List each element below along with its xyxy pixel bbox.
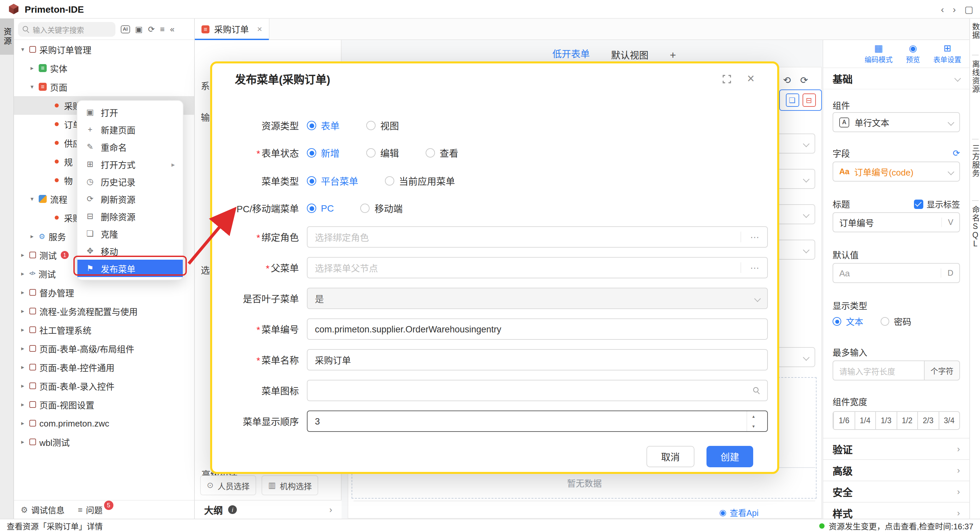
undo-icon[interactable]: ⟲: [783, 75, 791, 86]
editor-tab-purchase-order[interactable]: 采购订单 ×: [195, 19, 269, 39]
nav-forward-icon[interactable]: ›: [953, 4, 956, 14]
radio-option-platform-menu[interactable]: 平台菜单: [307, 174, 358, 188]
caret-icon[interactable]: ▾: [29, 83, 35, 90]
tree-item[interactable]: ▸ 流程-业务流程配置与使用: [14, 302, 194, 320]
width-option-button[interactable]: 1/6: [833, 412, 854, 429]
tree-item[interactable]: ▸ wbl测试: [14, 433, 194, 451]
inspector-action-button[interactable]: ▦ 编码模式: [865, 43, 892, 64]
menu-name-input[interactable]: 采购订单: [307, 349, 768, 371]
radio-option-pc[interactable]: PC: [307, 203, 334, 213]
search-icon[interactable]: [753, 387, 760, 394]
chevron-right-icon[interactable]: ›: [329, 505, 332, 514]
outline-bar[interactable]: 大纲 i ›: [195, 500, 342, 519]
context-menu-item[interactable]: ▣ 打开: [77, 104, 183, 121]
width-option-button[interactable]: 1/4: [854, 412, 875, 429]
caret-icon[interactable]: ▸: [29, 65, 35, 72]
resources-rail-tab[interactable]: 资源: [0, 19, 14, 55]
width-option-button[interactable]: 1/2: [896, 412, 917, 429]
tree-item[interactable]: ▾ 页面: [14, 77, 194, 96]
redo-icon[interactable]: ⟳: [800, 75, 808, 86]
caret-icon[interactable]: ▾: [29, 196, 35, 202]
maximize-icon[interactable]: [722, 75, 731, 83]
delete-icon[interactable]: ⊟: [802, 94, 816, 107]
radio-option-mobile[interactable]: 移动端: [361, 202, 402, 215]
module-icon[interactable]: ▣: [135, 24, 143, 34]
caret-icon[interactable]: ▸: [19, 308, 26, 314]
stepper-down-icon[interactable]: ▾: [747, 421, 760, 431]
number-stepper[interactable]: ▴ ▾: [746, 411, 760, 431]
leaf-menu-select[interactable]: 是: [307, 288, 768, 309]
caret-icon[interactable]: ▸: [19, 252, 26, 258]
caret-icon[interactable]: ▸: [19, 345, 26, 352]
tab-close-icon[interactable]: ×: [257, 24, 262, 34]
context-menu-item[interactable]: ⟳ 刷新资源: [77, 190, 183, 208]
stepper-up-icon[interactable]: ▴: [747, 411, 760, 421]
section-security[interactable]: 安全 ›: [823, 481, 969, 502]
show-label-checkbox[interactable]: 显示标签: [914, 198, 960, 210]
parent-menu-input[interactable]: 选择菜单父节点 ⋯: [307, 257, 768, 278]
picker-ellipsis-button[interactable]: ⋯: [740, 232, 760, 242]
context-menu-item[interactable]: ❏ 克隆: [77, 225, 183, 242]
title-input[interactable]: 订单编号 V: [832, 212, 960, 232]
picker-ellipsis-button[interactable]: ⋯: [740, 262, 760, 273]
ai-icon[interactable]: AI: [121, 25, 130, 33]
caret-icon[interactable]: ▸: [19, 327, 26, 333]
section-basic[interactable]: 基础: [823, 68, 969, 89]
window-restore-icon[interactable]: ▢: [965, 4, 973, 14]
section-advanced[interactable]: 高级 ›: [823, 459, 969, 481]
bind-role-input[interactable]: 选择绑定角色 ⋯: [307, 226, 768, 248]
width-option-button[interactable]: 2/3: [917, 412, 938, 429]
palette-component-chip[interactable]: ▥ 机构选择: [261, 475, 318, 495]
tree-item[interactable]: ▸ 实体: [14, 59, 194, 77]
cancel-button[interactable]: 取消: [646, 446, 694, 467]
context-menu-item[interactable]: ✎ 重命名: [77, 138, 183, 156]
variable-toggle[interactable]: V: [941, 218, 953, 227]
caret-icon[interactable]: ▸: [19, 420, 26, 427]
caret-icon[interactable]: ▸: [19, 382, 26, 389]
caret-icon[interactable]: ▸: [19, 270, 26, 277]
tree-item[interactable]: ▸ 页面-表单-高级/布局组件: [14, 339, 194, 358]
tree-item[interactable]: ▸ 页面-视图设置: [14, 395, 194, 414]
default-input[interactable]: Aa D: [832, 263, 960, 283]
menu-icon-input[interactable]: [307, 380, 768, 401]
context-menu-item[interactable]: ◷ 历史记录: [77, 173, 183, 190]
right-rail-tab[interactable]: 数据: [970, 23, 980, 39]
field-select[interactable]: Aa 订单编号(code): [832, 161, 960, 182]
problems-button[interactable]: ≡ 问题 5: [78, 503, 115, 516]
close-icon[interactable]: ×: [747, 72, 754, 86]
checkbox-checked-icon[interactable]: [914, 199, 923, 209]
radio-option-text[interactable]: 文本: [832, 315, 863, 328]
component-select[interactable]: A 单行文本: [832, 112, 960, 132]
debug-info-button[interactable]: ⚙ 调试信息: [21, 503, 65, 516]
radio-option-readonly[interactable]: 查看: [426, 146, 458, 159]
width-option-button[interactable]: 3/4: [938, 412, 959, 429]
radio-option-app-menu[interactable]: 当前应用菜单: [385, 174, 455, 188]
copy-icon[interactable]: ❏: [786, 94, 799, 107]
menu-code-input[interactable]: com.primeton.supplier.OrderWarehousingen…: [307, 319, 768, 340]
tree-item[interactable]: ▸ 督办管理: [14, 283, 194, 302]
max-length-input[interactable]: 请输入字符长度: [832, 360, 924, 381]
tree-item[interactable]: ▾ 采购订单管理: [14, 40, 194, 59]
radio-option-password[interactable]: 密码: [881, 315, 911, 328]
create-button[interactable]: 创建: [706, 446, 753, 467]
refresh-field-icon[interactable]: ⟳: [953, 148, 960, 158]
search-input[interactable]: 输入关键字搜索: [18, 22, 115, 37]
nav-back-icon[interactable]: ‹: [941, 4, 944, 14]
caret-icon[interactable]: ▸: [29, 233, 35, 240]
radio-option-edit[interactable]: 编辑: [366, 146, 399, 159]
right-rail-tab[interactable]: 三方服务: [970, 144, 980, 178]
context-menu-item[interactable]: ✥ 移动: [77, 242, 183, 260]
context-menu-item[interactable]: ⚑ 发布菜单: [77, 260, 183, 277]
caret-icon[interactable]: ▸: [19, 364, 26, 371]
context-menu-item[interactable]: ⊞ 打开方式 ▸: [77, 156, 183, 173]
view-api-link[interactable]: ◉ 查看Api: [719, 506, 759, 519]
refresh-icon[interactable]: ⟳: [148, 24, 155, 34]
list-settings-icon[interactable]: ≡: [160, 24, 165, 34]
inspector-action-button[interactable]: ◉ 预览: [906, 43, 920, 64]
right-rail-tab[interactable]: 命名SQL: [970, 205, 980, 248]
tree-item[interactable]: ▸ 页面-表单-控件通用: [14, 358, 194, 376]
section-style[interactable]: 样式 ›: [823, 502, 969, 519]
caret-icon[interactable]: ▸: [19, 289, 26, 296]
menu-order-number-input[interactable]: 3 ▴ ▾: [307, 411, 768, 432]
context-menu-item[interactable]: + 新建页面: [77, 121, 183, 138]
